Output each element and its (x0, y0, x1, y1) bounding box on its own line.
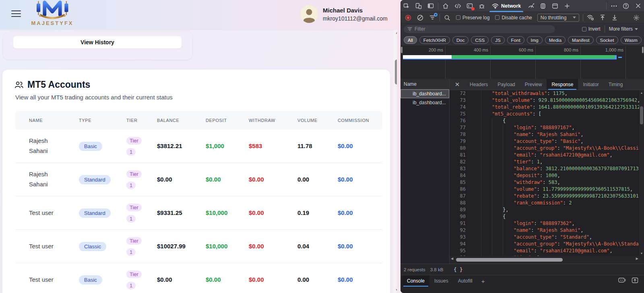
requests-name-header[interactable]: Name (400, 79, 449, 89)
timeline-tick: 400 ms (474, 47, 488, 52)
throttling-select[interactable]: No throttling (537, 14, 580, 22)
filter-placeholder: Filter (415, 26, 425, 32)
table-row[interactable]: Test userClassicTier 1$10027.99$10,000$0… (15, 230, 382, 263)
resource-chip-fetch-xhr[interactable]: Fetch/XHR (419, 36, 450, 44)
response-tab-timing[interactable]: Timing (604, 79, 628, 90)
table-row[interactable]: Test userBasicTier 1$0.00$0.00$0.000.00$… (15, 263, 382, 293)
resource-chip-css[interactable]: CSS (471, 36, 489, 44)
response-tab-preview[interactable]: Preview (520, 79, 547, 90)
record-network-log-icon[interactable] (402, 12, 414, 23)
performance-icon[interactable] (525, 0, 537, 12)
home-icon[interactable] (440, 0, 452, 12)
table-row[interactable]: Rajesh SahaniBasicTier 1$3812.21$1,000$5… (15, 130, 382, 163)
console-icon[interactable] (464, 0, 476, 12)
response-horizontal-scrollbar[interactable]: ◀ ▶ (450, 256, 644, 264)
person-icon (300, 5, 318, 23)
response-tab-initiator[interactable]: Initiator (578, 79, 603, 90)
disable-cache-checkbox[interactable]: Disable cache (495, 15, 532, 21)
search-icon[interactable] (441, 12, 453, 23)
logo-mark-icon (29, 0, 76, 21)
scroll-down-icon[interactable]: ▼ (639, 252, 644, 255)
network-settings-icon[interactable] (630, 12, 642, 23)
code-line: 75"mt5_accounts": [ (450, 111, 644, 118)
volume-value-cell: 0.00 (297, 176, 338, 183)
requests-list: ib_dashboard...ib_dashboard... (400, 89, 449, 107)
code-text: "name": "Rajesh Sahani", (472, 131, 583, 138)
view-history-button[interactable]: View History (13, 36, 182, 49)
scroll-left-icon[interactable]: ◀ (451, 257, 453, 260)
code-line: 95"email": "rsahani47210@gmail.com", (450, 248, 644, 254)
commission-value: $0.00 (338, 176, 353, 183)
debugger-icon[interactable] (476, 0, 488, 12)
user-menu[interactable]: Michael Davis mkroy101112@gmail.com (300, 5, 388, 23)
invert-checkbox[interactable]: Invert (582, 26, 601, 32)
balance-value: $0.00 (157, 276, 172, 283)
inspect-icon[interactable] (400, 0, 413, 12)
add-tab-icon[interactable] (561, 0, 573, 12)
network-overview[interactable]: 200 ms400 ms600 ms800 ms1,000 ms (400, 46, 644, 79)
resource-chip-img[interactable]: Img (527, 36, 543, 44)
response-code-viewer[interactable]: 72"total_withdrawals": 1175,73"total_vol… (450, 90, 644, 256)
table-row[interactable]: Rajesh SahaniStandardTier 1$0.00$0.00$0.… (15, 163, 382, 196)
code-line: 91"login": "888897362", (450, 220, 644, 227)
panel-layout-icon[interactable] (425, 0, 437, 12)
line-number: 85 (450, 179, 472, 186)
table-row[interactable]: Test userStandardTier 1$9331.25$10,000$0… (15, 196, 382, 230)
hamburger-menu-icon[interactable] (11, 10, 21, 18)
drawer-tab-issues[interactable]: Issues (429, 275, 453, 287)
scrollbar-thumb[interactable] (640, 106, 643, 124)
network-conditions-icon[interactable] (584, 12, 597, 23)
close-devtools-icon[interactable] (632, 0, 644, 12)
resource-chip-doc[interactable]: Doc (452, 36, 469, 44)
clear-network-log-icon[interactable] (414, 12, 426, 23)
drawer-tab-autofill[interactable]: Autofill (453, 275, 477, 287)
network-filter-input[interactable]: Filter (404, 25, 555, 33)
resource-chip-all[interactable]: All (404, 36, 417, 44)
scroll-up-icon[interactable]: ▲ (639, 91, 644, 94)
overview-handle-right[interactable] (642, 47, 644, 53)
timeline-rule (403, 59, 617, 60)
export-har-icon[interactable] (609, 12, 621, 23)
close-request-icon[interactable]: ✕ (450, 79, 465, 90)
resource-chip-socket[interactable]: Socket (596, 36, 618, 44)
balance-value-cell: $0.00 (157, 276, 206, 283)
account-type-cell: Standard (79, 175, 126, 184)
response-vertical-scrollbar[interactable]: ▲ ▼ (639, 90, 644, 256)
application-icon[interactable] (549, 0, 561, 12)
drawer-layout-icon[interactable] (618, 277, 626, 283)
request-item[interactable]: ib_dashboard... (400, 89, 449, 98)
scroll-right-icon[interactable]: ▶ (636, 257, 638, 260)
resource-chip-manifest[interactable]: Manifest (568, 36, 593, 44)
overview-waterfall-bar (403, 55, 617, 59)
more-options-icon[interactable] (608, 0, 620, 12)
overview-handle-left[interactable] (401, 47, 402, 53)
code-text: "email": "rsahani47210@gmail.com", (472, 248, 613, 254)
drawer-tab-console[interactable]: Console (402, 275, 429, 287)
add-drawer-tab-icon[interactable]: + (477, 275, 489, 287)
preserve-log-checkbox[interactable]: Preserve log (456, 15, 489, 21)
elements-icon[interactable] (452, 0, 464, 12)
deposit-value: $0.00 (206, 176, 221, 183)
more-filters-button[interactable]: More filters (609, 26, 638, 32)
import-har-icon[interactable] (597, 12, 609, 23)
filter-toggle-icon[interactable] (426, 12, 438, 23)
memory-icon[interactable] (537, 0, 549, 12)
response-tab-headers[interactable]: Headers (465, 79, 493, 90)
tab-network[interactable]: Network (488, 0, 525, 12)
withdraw-value-cell: $583 (249, 142, 297, 150)
device-emulation-icon[interactable] (413, 0, 425, 12)
resource-chip-js[interactable]: JS (491, 36, 504, 44)
withdraw-value-cell: $0.00 (249, 276, 297, 283)
resource-chip-font[interactable]: Font (507, 36, 524, 44)
request-item[interactable]: ib_dashboard... (400, 98, 449, 107)
help-icon[interactable] (620, 0, 632, 12)
format-json-button[interactable]: { } (454, 266, 463, 272)
expand-quickview-icon[interactable] (632, 277, 638, 283)
response-tab-payload[interactable]: Payload (493, 79, 520, 90)
scrollbar-thumb[interactable] (456, 258, 563, 262)
response-tab-response[interactable]: Response (547, 79, 578, 90)
resource-chip-media[interactable]: Media (545, 36, 566, 44)
resource-chip-wasm[interactable]: Wasm (621, 36, 642, 44)
withdraw-value-cell: $0.00 (249, 176, 297, 183)
code-text: "withdraw": 583, (472, 179, 560, 186)
